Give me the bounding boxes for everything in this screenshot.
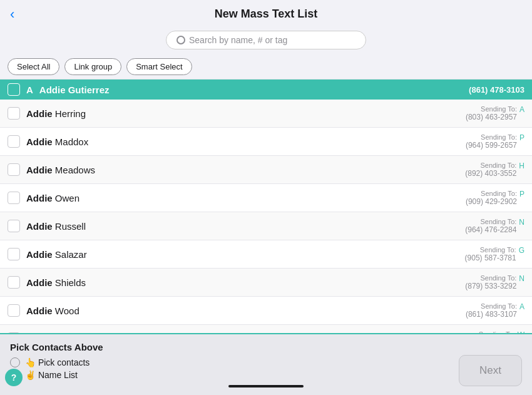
table-row[interactable]: Addie Meadows Sending To: H (892) 403-35… bbox=[0, 156, 532, 184]
contact-name: Addie Herring bbox=[26, 108, 443, 119]
header: ‹ New Mass Text List bbox=[0, 0, 532, 28]
table-row[interactable]: Addie Shields Sending To: N (879) 533-32… bbox=[0, 269, 532, 297]
contact-checkbox[interactable] bbox=[8, 107, 20, 120]
search-placeholder: Search by name, # or tag bbox=[189, 35, 287, 45]
section-header-a: A Addie Gutierrez (861) 478-3103 bbox=[0, 80, 532, 100]
table-row[interactable]: Addie Owen Sending To: P (909) 429-2902 bbox=[0, 184, 532, 212]
toolbar: Select All Link group Smart Select bbox=[0, 54, 532, 79]
contact-name: Addie Salazar bbox=[26, 249, 443, 260]
radio-row-name-list[interactable]: ✌ Name List bbox=[10, 370, 522, 380]
pick-contacts-label: 👆 Pick contacts bbox=[25, 357, 90, 367]
radio-row-pick[interactable]: 👆 Pick contacts bbox=[10, 357, 522, 367]
contact-name: Addie Russell bbox=[26, 221, 443, 232]
scroll-indicator bbox=[228, 385, 304, 387]
bottom-panel: Pick Contacts Above 👆 Pick contacts ✌ Na… bbox=[0, 333, 532, 395]
contact-name: Addie Meadows bbox=[26, 165, 443, 175]
contact-checkbox[interactable] bbox=[8, 304, 20, 317]
contact-name: Addie Shields bbox=[26, 277, 443, 288]
search-bar-container: Search by name, # or tag bbox=[0, 28, 532, 54]
contact-checkbox[interactable] bbox=[8, 163, 20, 176]
radio-pick-contacts[interactable] bbox=[10, 357, 20, 367]
next-button[interactable]: Next bbox=[459, 355, 522, 386]
smart-select-button[interactable]: Smart Select bbox=[126, 58, 192, 75]
contact-checkbox[interactable] bbox=[8, 220, 20, 232]
contact-checkbox[interactable] bbox=[8, 276, 20, 289]
contact-right: Sending To: P (909) 429-2902 bbox=[443, 190, 524, 206]
search-icon bbox=[176, 36, 185, 44]
back-button[interactable]: ‹ bbox=[10, 6, 14, 23]
help-button[interactable]: ? bbox=[5, 369, 23, 386]
contact-right: Sending To: A (803) 463-2957 bbox=[443, 105, 524, 121]
contact-right: Sending To: G (905) 587-3781 bbox=[443, 246, 524, 262]
contact-name: Addie Maddox bbox=[26, 136, 443, 147]
contact-right: Sending To: N (964) 476-2284 bbox=[443, 218, 524, 234]
contact-checkbox[interactable] bbox=[8, 135, 20, 148]
bottom-panel-title: Pick Contacts Above bbox=[10, 342, 522, 352]
contact-right: Sending To: N (879) 533-3292 bbox=[443, 274, 524, 290]
select-all-button[interactable]: Select All bbox=[8, 58, 59, 75]
search-input-wrap[interactable]: Search by name, # or tag bbox=[166, 31, 366, 49]
contact-checkbox[interactable] bbox=[8, 192, 20, 204]
table-row[interactable]: Addie Wood Sending To: A (861) 483-3107 bbox=[0, 297, 532, 325]
link-group-button[interactable]: Link group bbox=[64, 58, 121, 75]
contact-checkbox[interactable] bbox=[8, 248, 20, 260]
contact-name: Addie Wood bbox=[26, 305, 443, 316]
table-row[interactable]: Addie Herring Sending To: A (803) 463-29… bbox=[0, 100, 532, 128]
radio-options: 👆 Pick contacts ✌ Name List bbox=[10, 357, 522, 380]
table-row[interactable]: Addie Salazar Sending To: G (905) 587-37… bbox=[0, 240, 532, 269]
contact-right: Sending To: H (892) 403-3552 bbox=[443, 162, 524, 178]
table-row[interactable]: Addie Maddox Sending To: P (964) 599-265… bbox=[0, 128, 532, 156]
page-title: New Mass Text List bbox=[215, 8, 318, 21]
table-row[interactable]: Addie Russell Sending To: N (964) 476-22… bbox=[0, 212, 532, 240]
name-list-label: ✌ Name List bbox=[25, 370, 78, 380]
contact-right: Sending To: P (964) 599-2657 bbox=[443, 133, 524, 150]
contact-name: Addie Owen bbox=[26, 193, 443, 203]
contact-right: Sending To: A (861) 483-3107 bbox=[443, 302, 524, 319]
